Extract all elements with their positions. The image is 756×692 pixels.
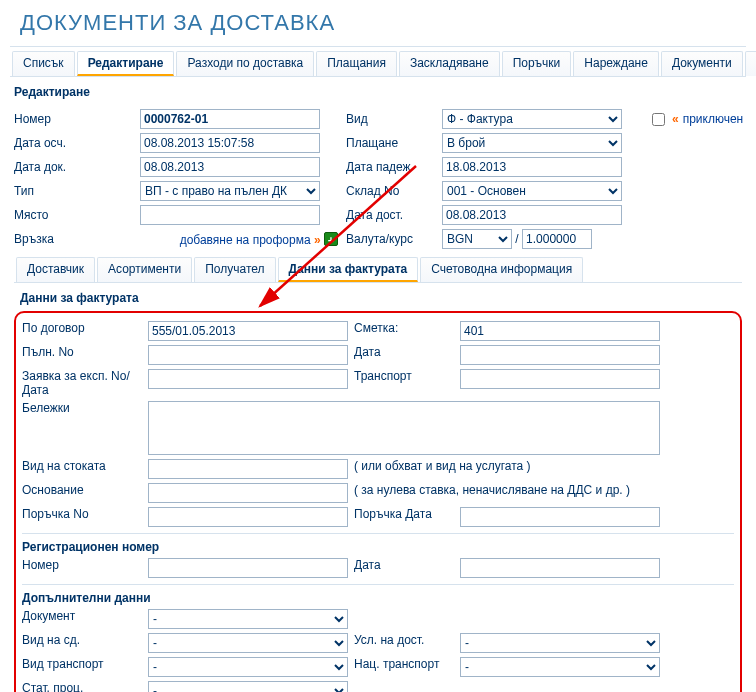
invoice-form: По договор Сметка: Пълн. No Дата Заявка … — [22, 321, 734, 527]
reg-date-input[interactable] — [460, 558, 660, 578]
tab-documents[interactable]: Документи — [661, 51, 743, 76]
label-contract: По договор — [22, 321, 142, 335]
place-input[interactable] — [140, 205, 320, 225]
account-input[interactable] — [460, 321, 660, 341]
label-delivery-date: Дата дост. — [346, 208, 436, 222]
label-due-date: Дата падеж — [346, 160, 436, 174]
main-tabs: Списък Редактиране Разходи по доставка П… — [10, 51, 746, 77]
label-place: Място — [14, 208, 134, 222]
label-order-no: Поръчка No — [22, 507, 142, 521]
label-ext-document: Документ — [22, 609, 142, 623]
extra-section-title: Допълнителни данни — [22, 591, 734, 605]
label-notes: Бележки — [22, 401, 142, 415]
date-osch-input[interactable] — [140, 133, 320, 153]
header-separator — [10, 46, 746, 47]
ext-deal-type-select[interactable]: - — [148, 633, 348, 653]
delivery-date-input[interactable] — [442, 205, 622, 225]
basis-hint: ( за нулева ставка, неначисляване на ДДС… — [354, 483, 660, 497]
label-link: Връзка — [14, 232, 134, 246]
label-req-no-date: Заявка за експ. No/Дата — [22, 369, 142, 397]
order-date-input[interactable] — [460, 507, 660, 527]
tab-export[interactable]: Експорт — [745, 51, 756, 76]
label-number: Номер — [14, 112, 134, 126]
label-kind: Вид — [346, 112, 436, 126]
transport-input[interactable] — [460, 369, 660, 389]
ext-delivery-cond-select[interactable]: - — [460, 633, 660, 653]
edit-section-title: Редактиране — [14, 85, 746, 99]
label-ext-nat-transport: Нац. транспорт — [354, 657, 454, 671]
date-doc-input[interactable] — [140, 157, 320, 177]
label-ext-transport-type: Вид транспорт — [22, 657, 142, 671]
label-full-no: Пълн. No — [22, 345, 142, 359]
due-date-input[interactable] — [442, 157, 622, 177]
reg-separator — [22, 533, 734, 534]
basis-input[interactable] — [148, 483, 348, 503]
label-reg-date: Дата — [354, 558, 454, 572]
label-inv-date: Дата — [354, 345, 454, 359]
extra-separator — [22, 584, 734, 585]
edit-form: Номер Вид Ф - Фактура « приключен Дата о… — [14, 109, 742, 249]
label-basis: Основание — [22, 483, 142, 497]
tab-warehousing[interactable]: Заскладяване — [399, 51, 500, 76]
ext-document-select[interactable]: - — [148, 609, 348, 629]
ext-stat-proc-select[interactable]: - — [148, 681, 348, 692]
subtab-invoice-data[interactable]: Данни за фактурата — [278, 257, 419, 282]
subtab-recipient[interactable]: Получател — [194, 257, 275, 282]
tab-orders[interactable]: Поръчки — [502, 51, 572, 76]
tab-edit[interactable]: Редактиране — [77, 51, 175, 76]
label-type: Тип — [14, 184, 134, 198]
label-warehouse: Склад No — [346, 184, 436, 198]
label-order-date: Поръчка Дата — [354, 507, 454, 521]
full-no-input[interactable] — [148, 345, 348, 365]
reg-number-input[interactable] — [148, 558, 348, 578]
contract-input[interactable] — [148, 321, 348, 341]
payment-select[interactable]: В брой — [442, 133, 622, 153]
label-account: Сметка: — [354, 321, 454, 335]
currency-rate-input[interactable] — [522, 229, 592, 249]
kind-select[interactable]: Ф - Фактура — [442, 109, 622, 129]
label-ext-deal-type: Вид на сд. — [22, 633, 142, 647]
label-ext-delivery-cond: Усл. на дост. — [354, 633, 454, 647]
add-proforma-link[interactable]: добавяне на проформа — [180, 233, 311, 247]
arrow-double-icon: « — [672, 112, 679, 126]
goods-type-hint: ( или обхват и вид на услугата ) — [354, 459, 660, 473]
subtab-accounting[interactable]: Счетоводна информация — [420, 257, 583, 282]
label-date-osch: Дата осч. — [14, 136, 134, 150]
req-no-date-input[interactable] — [148, 369, 348, 389]
label-reg-number: Номер — [22, 558, 142, 572]
warehouse-select[interactable]: 001 - Основен — [442, 181, 622, 201]
currency-code-select[interactable]: BGN — [442, 229, 512, 249]
type-select[interactable]: ВП - с право на пълен ДК — [140, 181, 320, 201]
subtab-supplier[interactable]: Доставчик — [16, 257, 95, 282]
closed-label[interactable]: приключен — [683, 112, 744, 126]
label-payment: Плащане — [346, 136, 436, 150]
tab-payments[interactable]: Плащания — [316, 51, 397, 76]
reg-section-title: Регистрационен номер — [22, 540, 734, 554]
label-goods-type: Вид на стоката — [22, 459, 142, 473]
number-input[interactable] — [140, 109, 320, 129]
arrow-double-icon: » — [314, 233, 321, 247]
label-ext-stat-proc: Стат. проц. — [22, 681, 142, 692]
ext-transport-type-select[interactable]: - — [148, 657, 348, 677]
label-currency: Валута/курс — [346, 232, 436, 246]
subtab-assortments[interactable]: Асортименти — [97, 257, 192, 282]
label-transport: Транспорт — [354, 369, 454, 383]
ext-nat-transport-select[interactable]: - — [460, 657, 660, 677]
tab-ordering[interactable]: Нареждане — [573, 51, 659, 76]
invoice-highlight-box: По договор Сметка: Пълн. No Дата Заявка … — [14, 311, 742, 692]
currency-slash: / — [515, 232, 518, 246]
tab-list[interactable]: Списък — [12, 51, 75, 76]
page-title: ДОКУМЕНТИ ЗА ДОСТАВКА — [20, 10, 746, 36]
order-no-input[interactable] — [148, 507, 348, 527]
goods-type-input[interactable] — [148, 459, 348, 479]
inv-date-input[interactable] — [460, 345, 660, 365]
tab-delivery-costs[interactable]: Разходи по доставка — [176, 51, 314, 76]
label-date-doc: Дата док. — [14, 160, 134, 174]
closed-checkbox[interactable] — [652, 113, 665, 126]
notes-textarea[interactable] — [148, 401, 660, 455]
sub-tabs: Доставчик Асортименти Получател Данни за… — [14, 257, 742, 283]
plus-icon[interactable]: + — [324, 232, 338, 246]
invoice-section-title: Данни за фактурата — [20, 291, 746, 305]
